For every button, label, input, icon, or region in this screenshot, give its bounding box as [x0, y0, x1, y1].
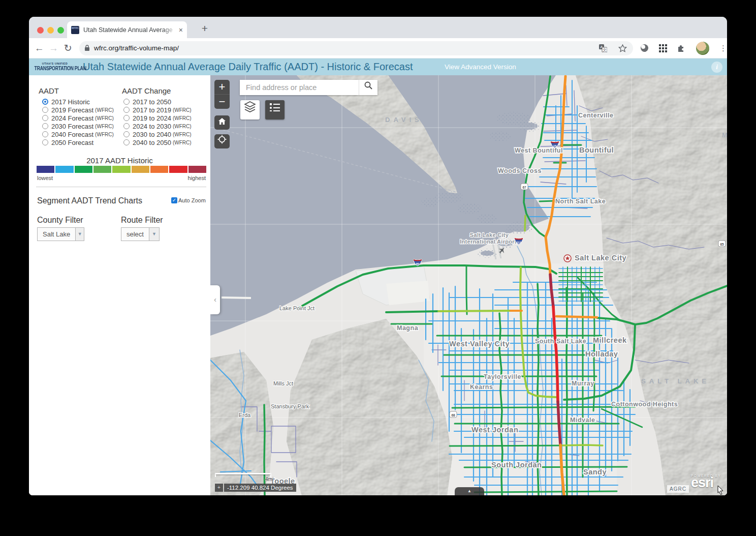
map-label: West Valley City: [449, 340, 510, 348]
aadt-heading: AADT: [39, 86, 59, 95]
info-icon[interactable]: i: [711, 62, 722, 73]
radio-option[interactable]: 2024 to 2030(WFRC): [123, 122, 192, 130]
app-header: UTAH'S UNIFIED TRANSPORTATION PLAN Utah …: [29, 58, 727, 75]
new-tab-button[interactable]: +: [198, 22, 212, 36]
browser-window: WFRC Utah Statewide Annual Average × + ←…: [29, 17, 727, 495]
tab-strip: WFRC Utah Statewide Annual Average × +: [29, 17, 727, 38]
maximize-window-button[interactable]: [57, 27, 64, 34]
chevron-down-icon[interactable]: ▼: [149, 228, 159, 241]
legend-swatch: [150, 166, 168, 173]
extension-puzzle-icon[interactable]: [677, 44, 686, 52]
aadt-change-heading: AADT Change: [122, 86, 171, 95]
map-label: Erda: [239, 412, 251, 418]
zoom-out-button[interactable]: −: [214, 95, 230, 109]
reload-button[interactable]: ↻: [61, 42, 75, 54]
map-label: M: [722, 131, 727, 139]
capital-star-icon: [564, 255, 571, 262]
radio-option[interactable]: 2017 to 2019(WFRC): [123, 106, 192, 114]
locate-button[interactable]: [214, 134, 230, 148]
radio-icon[interactable]: [42, 123, 48, 129]
legend-swatch: [75, 166, 92, 173]
map-label: Magna: [397, 324, 419, 332]
radio-icon[interactable]: [42, 99, 48, 105]
radio-option[interactable]: 2017 to 2050: [123, 98, 192, 106]
radio-option[interactable]: 2024 Forecast(WFRC): [42, 114, 114, 122]
legend-button[interactable]: [265, 100, 285, 120]
extension-grid-icon[interactable]: [659, 44, 667, 52]
map-label: Stansbury Park: [271, 403, 309, 409]
home-icon: [218, 117, 226, 125]
translate-icon[interactable]: A文: [599, 44, 607, 52]
tab-close-icon[interactable]: ×: [179, 26, 183, 34]
coordinates-readout: -112.209 40.824 Degrees: [224, 484, 296, 492]
radio-option[interactable]: 2030 to 2040(WFRC): [123, 130, 192, 138]
crosshair-coords-icon[interactable]: +: [215, 484, 223, 492]
radio-icon[interactable]: [42, 115, 48, 121]
sidebar-collapse-button[interactable]: ‹: [210, 285, 220, 314]
legend-swatch: [188, 166, 206, 173]
chevron-down-icon[interactable]: ▼: [75, 228, 84, 241]
search-box[interactable]: [240, 80, 377, 95]
radio-option[interactable]: 2030 Forecast(WFRC): [42, 122, 114, 130]
county-filter-dropdown[interactable]: Salt Lake ▼: [37, 227, 84, 241]
home-button[interactable]: [214, 115, 230, 130]
advanced-version-link[interactable]: View Advanced Version: [445, 63, 516, 71]
radio-icon[interactable]: [123, 139, 130, 145]
search-button[interactable]: [359, 80, 377, 95]
radio-option[interactable]: 2019 Forecast(WFRC): [42, 106, 114, 114]
radio-option[interactable]: 2050 Forecast: [42, 138, 114, 146]
zoom-in-button[interactable]: +: [214, 80, 230, 94]
map-label: Holladay: [585, 350, 618, 358]
radio-option[interactable]: 2040 Forecast(WFRC): [42, 130, 114, 138]
radio-icon[interactable]: [123, 131, 130, 137]
map-label: SALT LAKE: [641, 377, 710, 385]
agrc-attribution: AGRC: [667, 485, 689, 493]
radio-icon[interactable]: [123, 107, 130, 113]
search-input[interactable]: [240, 80, 359, 95]
radio-option[interactable]: 2017 Historic: [42, 98, 114, 106]
radio-icon[interactable]: [123, 123, 130, 129]
aadt-change-options: 2017 to 20502017 to 2019(WFRC)2019 to 20…: [123, 98, 192, 146]
legend-highest-label: highest: [188, 175, 206, 181]
map-label: Centerville: [578, 112, 613, 119]
search-icon: [364, 81, 373, 90]
map-label: Lake Point Jct: [279, 305, 314, 311]
map-label: West Bountiful: [515, 147, 563, 154]
close-window-button[interactable]: [37, 27, 44, 34]
route-filter-dropdown[interactable]: select ▼: [121, 227, 160, 241]
radio-icon[interactable]: [42, 107, 48, 113]
minimize-window-button[interactable]: [47, 27, 54, 34]
radio-icon[interactable]: [42, 139, 48, 145]
auto-zoom-checkbox[interactable]: ✓: [171, 197, 177, 203]
attribution-expand-tab[interactable]: ▲: [455, 487, 484, 495]
menu-kebab-icon[interactable]: ⋮: [719, 47, 727, 50]
map-label: Woods Cross: [498, 167, 542, 174]
map-label: DAVIS: [385, 116, 423, 124]
layers-button[interactable]: [240, 100, 260, 120]
extension-circle-icon[interactable]: [640, 44, 649, 52]
radio-icon[interactable]: [42, 131, 48, 137]
bookmark-star-icon[interactable]: [618, 44, 627, 52]
radio-icon[interactable]: [123, 115, 130, 121]
svg-text:15: 15: [553, 144, 557, 147]
radio-option[interactable]: 2019 to 2024(WFRC): [123, 114, 192, 122]
svg-text:215: 215: [516, 241, 522, 244]
locate-icon: [217, 135, 227, 144]
lock-icon: [84, 45, 90, 51]
svg-text:文: 文: [603, 48, 607, 52]
map-label: International Airport: [460, 239, 517, 245]
route-shield-icon: 68: [450, 411, 457, 418]
map-label: South Jordan: [491, 461, 542, 469]
radio-option[interactable]: 2040 to 2050(WFRC): [123, 138, 192, 146]
forward-button[interactable]: →: [46, 43, 60, 54]
legend-list-icon: [269, 102, 280, 112]
avatar[interactable]: [696, 42, 709, 55]
auto-zoom-label: Auto Zoom: [178, 197, 206, 203]
layers-icon: [244, 101, 256, 112]
map-canvas[interactable]: DAVISSALT LAKEMCentervilleWest Bountiful…: [210, 75, 727, 495]
back-button[interactable]: ←: [32, 43, 46, 54]
browser-tab[interactable]: WFRC Utah Statewide Annual Average ×: [67, 21, 187, 38]
legend-swatch: [37, 166, 54, 173]
address-bar[interactable]: wfrc.org/traffic-volume-map/ A文: [79, 41, 633, 55]
radio-icon[interactable]: [123, 99, 130, 105]
